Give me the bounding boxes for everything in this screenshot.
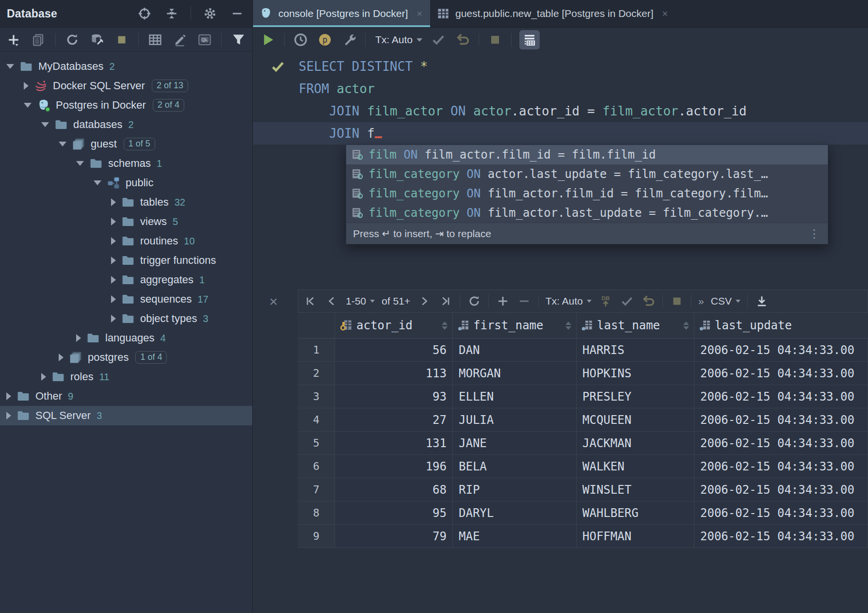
chevron-collapsed-icon[interactable] <box>111 198 116 206</box>
cell-actor_id[interactable]: 68 <box>335 478 453 501</box>
cell-last_update[interactable]: 2006-02-15 04:34:33.00 <box>694 408 868 431</box>
completion-item[interactable]: film_category ON film_actor.film_id = fi… <box>346 184 828 203</box>
locate-icon[interactable] <box>136 5 153 22</box>
column-header-last_name[interactable]: last_name <box>577 313 694 338</box>
sidebar-item-databases[interactable]: databases2 <box>0 115 252 134</box>
cell-first_name[interactable]: JULIA <box>453 408 577 431</box>
stop-icon[interactable] <box>113 32 129 48</box>
chevron-collapsed-icon[interactable] <box>111 276 116 284</box>
history-clock-icon[interactable] <box>292 32 309 48</box>
chevron-expanded-icon[interactable] <box>59 142 66 146</box>
cell-actor_id[interactable]: 196 <box>335 455 453 478</box>
sql-editor[interactable]: SELECT DISTINCT *FROM actor JOIN film_ac… <box>253 52 868 145</box>
cell-first_name[interactable]: MAE <box>453 525 577 548</box>
results-tx-dropdown[interactable]: Tx: Auto <box>546 295 592 307</box>
cell-last_update[interactable]: 2006-02-15 04:34:33.00 <box>694 432 868 454</box>
sidebar-item-languages[interactable]: languages4 <box>0 328 252 348</box>
cell-first_name[interactable]: ELLEN <box>453 385 577 408</box>
wrench-icon[interactable] <box>341 32 357 48</box>
chevron-collapsed-icon[interactable] <box>111 218 116 226</box>
sidebar-item-sequences[interactable]: sequences17 <box>0 290 252 309</box>
cell-actor_id[interactable]: 27 <box>335 408 453 431</box>
reload-page-icon[interactable] <box>467 294 482 308</box>
submit-db-icon[interactable]: DB <box>598 294 613 308</box>
sidebar-item-other[interactable]: Other9 <box>0 387 252 406</box>
cell-first_name[interactable]: DARYL <box>453 501 577 524</box>
table-view-icon[interactable] <box>147 32 163 48</box>
cell-last_update[interactable]: 2006-02-15 04:34:33.00 <box>694 362 868 385</box>
in-editor-results-toggle[interactable] <box>519 30 540 49</box>
cell-last_update[interactable]: 2006-02-15 04:34:33.00 <box>694 525 868 548</box>
collapse-all-icon[interactable] <box>163 5 180 22</box>
cell-first_name[interactable]: RIP <box>453 478 577 501</box>
rollback-icon[interactable] <box>454 32 471 48</box>
cell-last_update[interactable]: 2006-02-15 04:34:33.00 <box>694 478 868 501</box>
table-row[interactable]: 393ELLENPRESLEY2006-02-15 04:34:33.00 <box>298 385 868 408</box>
duplicate-icon[interactable] <box>31 32 47 48</box>
table-row[interactable]: 5131JANEJACKMAN2006-02-15 04:34:33.00 <box>298 432 868 455</box>
chevron-expanded-icon[interactable] <box>24 103 32 108</box>
column-header-actor_id[interactable]: actor_id <box>335 313 453 338</box>
cell-last_name[interactable]: HOFFMAN <box>577 525 694 548</box>
chevron-collapsed-icon[interactable] <box>59 354 64 361</box>
sql-line-3[interactable]: JOIN film_actor ON actor.actor_id = film… <box>253 100 868 122</box>
run-icon[interactable] <box>260 32 276 48</box>
cell-actor_id[interactable]: 131 <box>335 432 453 454</box>
tab-close-icon[interactable]: × <box>662 8 668 19</box>
sidebar-item-guest[interactable]: guest1 of 5 <box>0 134 252 154</box>
query-console-icon[interactable]: QL <box>197 32 213 48</box>
cell-last_name[interactable]: HARRIS <box>577 339 694 361</box>
commit-icon[interactable] <box>430 32 447 48</box>
cell-last_update[interactable]: 2006-02-15 04:34:33.00 <box>694 385 868 408</box>
cell-actor_id[interactable]: 56 <box>335 339 453 361</box>
results-rollback-icon[interactable] <box>641 294 656 308</box>
sql-line-4[interactable]: JOIN f <box>253 122 868 145</box>
close-results-icon[interactable]: × <box>264 292 283 311</box>
datasource-properties-icon[interactable] <box>89 32 105 48</box>
more-actions-icon[interactable]: » <box>698 295 704 307</box>
chevron-collapsed-icon[interactable] <box>111 295 116 303</box>
export-download-icon[interactable] <box>755 294 769 308</box>
chevron-expanded-icon[interactable] <box>41 122 49 127</box>
sidebar-item-aggregates[interactable]: aggregates1 <box>0 270 252 290</box>
export-format-dropdown[interactable]: CSV <box>711 295 740 307</box>
kebab-menu-icon[interactable]: ⋮ <box>808 227 821 241</box>
cell-last_update[interactable]: 2006-02-15 04:34:33.00 <box>694 455 868 478</box>
table-row[interactable]: 2113MORGANHOPKINS2006-02-15 04:34:33.00 <box>298 362 868 385</box>
stop-query-icon[interactable] <box>487 32 503 48</box>
cell-actor_id[interactable]: 95 <box>335 501 453 524</box>
last-page-icon[interactable] <box>438 294 453 308</box>
results-stop-icon[interactable] <box>670 294 684 308</box>
table-row[interactable]: 427JULIAMCQUEEN2006-02-15 04:34:33.00 <box>298 408 868 432</box>
add-datasource-icon[interactable] <box>6 32 22 48</box>
sql-line-2[interactable]: FROM actor <box>253 78 868 100</box>
page-range-dropdown[interactable]: 1-50 <box>346 295 375 307</box>
settings-gear-icon[interactable] <box>202 5 218 22</box>
column-header-first_name[interactable]: first_name <box>453 313 577 338</box>
tab-console[interactable]: console [Postgres in Docker]× <box>253 0 430 27</box>
tx-mode-dropdown[interactable]: Tx: Auto <box>373 34 422 46</box>
chevron-collapsed-icon[interactable] <box>111 237 116 245</box>
sidebar-item-mydatabases[interactable]: MyDatabases2 <box>0 57 252 76</box>
sidebar-item-object-types[interactable]: object types3 <box>0 309 252 328</box>
column-header-last_update[interactable]: last_update <box>694 313 868 338</box>
chevron-collapsed-icon[interactable] <box>24 82 29 90</box>
cell-last_update[interactable]: 2006-02-15 04:34:33.00 <box>694 501 868 524</box>
cell-last_name[interactable]: WINSLET <box>577 478 694 501</box>
cell-last_name[interactable]: JACKMAN <box>577 432 694 454</box>
hide-panel-icon[interactable] <box>229 5 245 22</box>
edit-icon[interactable] <box>172 32 188 48</box>
cell-last_name[interactable]: MCQUEEN <box>577 408 694 431</box>
cell-last_name[interactable]: WALKEN <box>577 455 694 478</box>
cell-first_name[interactable]: DAN <box>453 339 577 361</box>
cell-last_name[interactable]: WAHLBERG <box>577 501 694 524</box>
table-row[interactable]: 156DANHARRIS2006-02-15 04:34:33.00 <box>298 339 868 362</box>
cell-last_update[interactable]: 2006-02-15 04:34:33.00 <box>694 339 868 361</box>
add-row-icon[interactable] <box>496 294 510 308</box>
chevron-expanded-icon[interactable] <box>76 161 84 166</box>
sidebar-item-sql-server[interactable]: SQL Server3 <box>0 406 252 425</box>
cell-first_name[interactable]: JANE <box>453 432 577 454</box>
chevron-expanded-icon[interactable] <box>6 64 14 69</box>
cell-actor_id[interactable]: 93 <box>335 385 453 408</box>
sidebar-item-trigger-functions[interactable]: trigger functions <box>0 251 252 270</box>
